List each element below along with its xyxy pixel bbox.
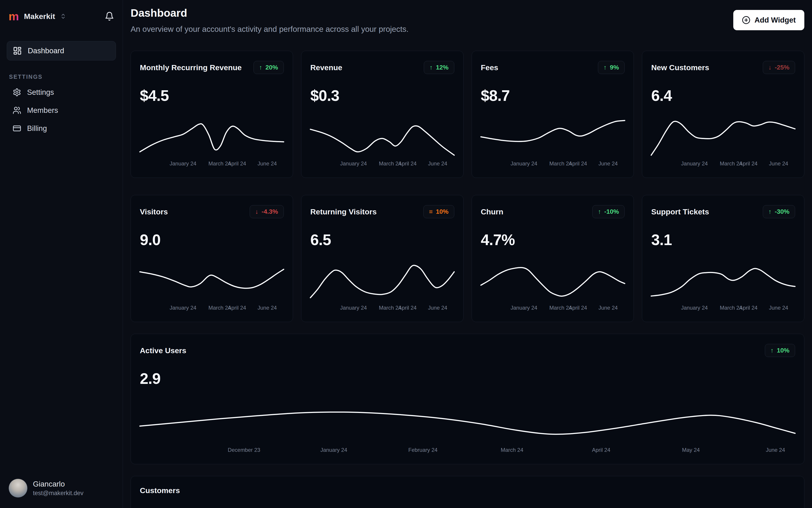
page-subtitle: An overview of your account's activity a… xyxy=(131,25,408,34)
dashboard-grid-icon xyxy=(13,46,22,55)
trend-badge: ↓ -4.3% xyxy=(250,205,284,218)
trend-down-icon: ↓ xyxy=(768,64,772,71)
x-axis-label: April 24 xyxy=(569,305,587,311)
x-axis-labels: January 24March 24April 24June 24 xyxy=(651,305,795,314)
x-axis-label: June 24 xyxy=(766,447,785,453)
trend-up-icon: ↑ xyxy=(259,64,262,71)
card-title: Monthly Recurring Revenue xyxy=(140,63,242,72)
page-header: Dashboard An overview of your account's … xyxy=(131,4,804,34)
trend-up-icon: ↑ xyxy=(430,64,433,71)
stat-card-returning-visitors: Returning Visitors ≡ 10% 6.5 January 24M… xyxy=(301,195,463,322)
x-axis-label: June 24 xyxy=(598,305,618,311)
x-axis-label: January 24 xyxy=(320,447,347,453)
user-profile[interactable]: Giancarlo test@makerkit.dev xyxy=(7,476,116,500)
x-axis-label: June 24 xyxy=(769,161,788,167)
card-title: Active Users xyxy=(140,346,186,355)
stat-value: 4.7% xyxy=(481,231,625,249)
card-title: Fees xyxy=(481,63,498,72)
sidebar-item-dashboard[interactable]: Dashboard xyxy=(7,41,116,60)
trend-up-icon: ↑ xyxy=(603,64,607,71)
trend-flat-icon: ≡ xyxy=(429,208,433,215)
trend-up-icon: ↑ xyxy=(768,208,772,215)
trend-value: 9% xyxy=(610,64,619,71)
add-widget-label: Add Widget xyxy=(755,16,796,25)
x-axis-label: April 24 xyxy=(592,447,610,453)
sparkline-chart xyxy=(140,115,284,157)
add-widget-button[interactable]: Add Widget xyxy=(733,10,804,30)
trend-badge: ↓ -25% xyxy=(763,61,795,74)
x-axis-label: April 24 xyxy=(739,161,757,167)
workspace-selector[interactable]: m Makerkit xyxy=(7,9,116,24)
sparkline-chart xyxy=(481,115,625,157)
x-axis-label: April 24 xyxy=(228,305,246,311)
credit-card-icon xyxy=(13,124,21,133)
sidebar-section-settings: SETTINGS xyxy=(9,74,116,80)
trend-badge: ≡ 10% xyxy=(423,205,454,218)
x-axis-label: April 24 xyxy=(398,161,417,167)
users-icon xyxy=(13,106,21,115)
trend-badge: ↑ 10% xyxy=(765,344,795,357)
card-title: Visitors xyxy=(140,207,168,216)
trend-badge: ↑ 9% xyxy=(598,61,625,74)
sidebar: m Makerkit Dashboard SETTINGS Settings M… xyxy=(0,0,123,508)
plus-circle-icon xyxy=(742,16,751,25)
x-axis-label: March 24 xyxy=(501,447,523,453)
x-axis-labels: January 24March 24April 24June 24 xyxy=(481,305,625,314)
stat-card-monthly-recurring-revenue: Monthly Recurring Revenue ↑ 20% $4.5 Jan… xyxy=(131,51,293,178)
bell-icon[interactable] xyxy=(105,11,114,21)
trend-value: -4.3% xyxy=(262,208,278,215)
stat-card-new-customers: New Customers ↓ -25% 6.4 January 24March… xyxy=(642,51,804,178)
trend-value: 20% xyxy=(266,64,278,71)
stat-value: $0.3 xyxy=(310,87,454,104)
trend-badge: ↑ -10% xyxy=(592,205,625,218)
sparkline-chart xyxy=(140,259,284,301)
x-axis-label: April 24 xyxy=(569,161,587,167)
sidebar-item-label: Dashboard xyxy=(28,46,64,55)
sparkline-chart xyxy=(651,259,795,301)
sidebar-item-label: Members xyxy=(27,106,58,115)
x-axis-label: April 24 xyxy=(398,305,417,311)
stat-card-revenue: Revenue ↑ 12% $0.3 January 24March 24Apr… xyxy=(301,51,463,178)
x-axis-label: June 24 xyxy=(428,305,447,311)
trend-value: -25% xyxy=(775,64,790,71)
page-title: Dashboard xyxy=(131,7,408,19)
x-axis-labels: January 24March 24April 24June 24 xyxy=(651,161,795,169)
stat-value: $4.5 xyxy=(140,87,284,104)
trend-value: -30% xyxy=(775,208,790,215)
trend-up-icon: ↑ xyxy=(598,208,601,215)
trend-up-icon: ↑ xyxy=(770,347,774,354)
stat-value: 6.4 xyxy=(651,87,795,104)
trend-down-icon: ↓ xyxy=(255,208,259,215)
stat-card-support-tickets: Support Tickets ↑ -30% 3.1 January 24Mar… xyxy=(642,195,804,322)
active-users-card: Active Users ↑ 10% 2.9 December 23Januar… xyxy=(131,334,804,464)
sparkline-chart xyxy=(310,259,454,301)
customers-card: Customers Customer Plan MRR Logins Statu… xyxy=(131,476,804,508)
stats-row-1: Monthly Recurring Revenue ↑ 20% $4.5 Jan… xyxy=(131,51,804,178)
makerkit-logo: m xyxy=(9,10,19,22)
card-title: Revenue xyxy=(310,63,343,72)
sidebar-item-members[interactable]: Members xyxy=(7,101,116,119)
x-axis-labels: December 23January 24February 24March 24… xyxy=(140,447,795,456)
trend-badge: ↑ 12% xyxy=(424,61,454,74)
x-axis-label: June 24 xyxy=(258,305,277,311)
x-axis-label: February 24 xyxy=(408,447,437,453)
trend-badge: ↑ 20% xyxy=(254,61,284,74)
stats-row-2: Visitors ↓ -4.3% 9.0 January 24March 24A… xyxy=(131,195,804,322)
x-axis-label: January 24 xyxy=(170,305,196,311)
sidebar-item-settings[interactable]: Settings xyxy=(7,83,116,101)
x-axis-label: May 24 xyxy=(682,447,700,453)
card-title: Support Tickets xyxy=(651,207,709,216)
x-axis-label: January 24 xyxy=(510,305,537,311)
x-axis-labels: January 24March 24April 24June 24 xyxy=(140,305,284,314)
x-axis-label: June 24 xyxy=(769,305,788,311)
active-users-chart xyxy=(140,398,795,443)
stat-card-churn: Churn ↑ -10% 4.7% January 24March 24Apri… xyxy=(471,195,634,322)
card-title: New Customers xyxy=(651,63,709,72)
x-axis-label: June 24 xyxy=(258,161,277,167)
customers-title: Customers xyxy=(140,486,795,495)
sidebar-item-billing[interactable]: Billing xyxy=(7,119,116,137)
workspace-name: Makerkit xyxy=(24,12,55,21)
sparkline-chart xyxy=(310,115,454,157)
x-axis-label: January 24 xyxy=(510,161,537,167)
user-email: test@makerkit.dev xyxy=(33,490,84,497)
